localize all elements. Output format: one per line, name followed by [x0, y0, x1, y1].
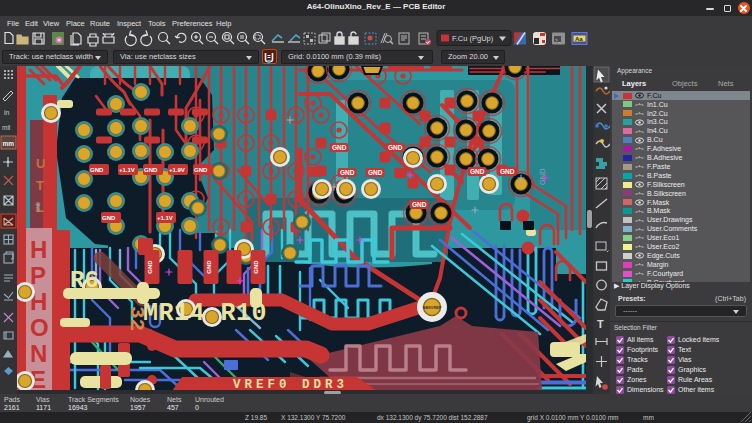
- svg-text:T: T: [36, 178, 44, 193]
- svg-text:GND: GND: [368, 169, 383, 176]
- svg-text:GND: GND: [332, 144, 347, 151]
- svg-text:T: T: [597, 318, 604, 330]
- svg-text:SBSVREF: SBSVREF: [423, 305, 442, 310]
- svg-text:O: O: [30, 314, 49, 341]
- svg-text:GND: GND: [253, 260, 259, 274]
- svg-text:GND: GND: [412, 201, 427, 208]
- svg-text:GND: GND: [102, 215, 116, 221]
- svg-text:MR14 R10: MR14 R10: [143, 299, 267, 328]
- svg-text:VREF0 DDR3: VREF0 DDR3: [233, 378, 348, 390]
- svg-text:R6: R6: [70, 267, 99, 294]
- svg-text:U: U: [36, 156, 45, 171]
- svg-text:GND: GND: [470, 168, 485, 175]
- svg-text:P: P: [30, 262, 46, 289]
- svg-text:GND: GND: [538, 168, 547, 185]
- svg-text:GND: GND: [340, 169, 355, 176]
- svg-text:mil: mil: [2, 124, 11, 131]
- svg-text:GND: GND: [194, 167, 208, 173]
- svg-text:F.Cu (PgUp): F.Cu (PgUp): [452, 34, 494, 43]
- svg-text:GND: GND: [147, 260, 153, 274]
- svg-text:GND: GND: [144, 167, 158, 173]
- svg-text:GND: GND: [388, 144, 403, 151]
- svg-text:GND: GND: [500, 168, 515, 175]
- svg-text:GND: GND: [206, 260, 212, 274]
- svg-text:mm: mm: [3, 140, 15, 147]
- svg-text:Aa: Aa: [575, 36, 583, 42]
- svg-text:GND: GND: [36, 201, 41, 212]
- svg-text:N: N: [30, 340, 47, 367]
- svg-text:GND: GND: [90, 167, 104, 173]
- svg-text:+1.1V: +1.1V: [119, 167, 135, 173]
- svg-text:>_: >_: [555, 38, 561, 43]
- svg-text:+1.1V: +1.1V: [157, 215, 173, 221]
- svg-text:in: in: [4, 109, 10, 116]
- svg-text:H: H: [30, 236, 47, 263]
- svg-text:+1.9V: +1.9V: [169, 167, 185, 173]
